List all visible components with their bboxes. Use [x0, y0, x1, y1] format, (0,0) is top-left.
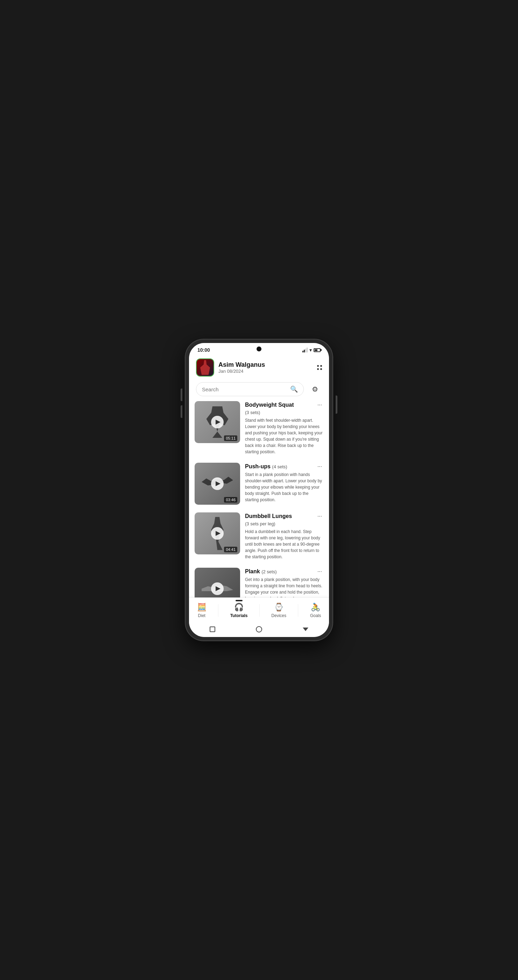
search-icon: 🔍	[290, 385, 298, 393]
exercise-card: 03:46 Push-ups (4 sets) ··· Start in a p…	[195, 463, 323, 505]
volume-down-button[interactable]	[181, 405, 182, 418]
exercise-description: Get into a plank position, with your bod…	[245, 576, 323, 597]
devices-icon: ⌚	[274, 603, 283, 612]
system-bar	[189, 622, 329, 637]
signal-icon	[302, 348, 308, 352]
header-info: Asim Walganus Jan 08/2024	[218, 361, 265, 374]
bottom-nav: 🧮 Diet 🎧 Tutorials ⌚ Devices 🚴 Goals	[189, 597, 329, 622]
exercise-info: Bodyweight Squat ··· (3 sets) Stand with…	[245, 401, 323, 455]
more-options-button[interactable]: ···	[316, 512, 323, 520]
profile-header: Asim Walganus Jan 08/2024	[189, 354, 329, 380]
goals-icon: 🚴	[311, 603, 320, 612]
exercise-description: Stand with feet shoulder-width apart. Lo…	[245, 417, 323, 455]
exercise-title: Plank (2 sets)	[245, 568, 276, 575]
exercise-sets: (3 sets)	[245, 410, 323, 415]
search-input[interactable]	[202, 387, 288, 392]
nav-item-devices[interactable]: ⌚ Devices	[267, 601, 291, 619]
more-options-button[interactable]: ···	[316, 568, 323, 575]
play-button[interactable]	[211, 527, 224, 540]
exercise-sets: (3 sets per leg)	[245, 521, 323, 527]
nav-divider	[218, 604, 218, 617]
search-box[interactable]: 🔍	[196, 382, 304, 396]
exercise-title: Dumbbell Lunges	[245, 513, 292, 519]
camera-notch	[257, 347, 261, 352]
power-button[interactable]	[336, 396, 337, 414]
status-time: 10:00	[197, 347, 210, 353]
menu-dots-button[interactable]	[317, 365, 322, 370]
header-date: Jan 08/2024	[218, 369, 265, 374]
more-options-button[interactable]: ···	[316, 401, 323, 409]
profile-left: Asim Walganus Jan 08/2024	[196, 358, 265, 377]
play-button[interactable]	[211, 582, 224, 595]
phone-frame: 10:00 ▾	[186, 339, 332, 641]
nav-label-diet: Diet	[198, 613, 205, 618]
diet-icon: 🧮	[197, 603, 207, 612]
exercise-info: Dumbbell Lunges ··· (3 sets per leg) Hol…	[245, 512, 323, 560]
video-thumbnail[interactable]: 04:41	[195, 512, 240, 554]
play-button[interactable]	[211, 477, 224, 490]
filter-button[interactable]: ⚙	[308, 382, 322, 396]
video-duration: 04:41	[224, 547, 237, 552]
nav-label-devices: Devices	[271, 613, 286, 618]
video-duration: 03:46	[224, 497, 237, 503]
exercise-title: Push-ups (4 sets)	[245, 463, 288, 470]
search-row: 🔍 ⚙	[189, 380, 329, 401]
nav-item-goals[interactable]: 🚴 Goals	[306, 601, 325, 619]
exercise-description: Hold a dumbbell in each hand. Step forwa…	[245, 528, 323, 560]
main-scroll-area[interactable]: Asim Walganus Jan 08/2024 🔍	[189, 354, 329, 597]
more-options-button[interactable]: ···	[316, 463, 323, 470]
nav-divider	[298, 604, 298, 617]
video-thumbnail[interactable]: 03:46	[195, 463, 240, 505]
video-duration: 05:11	[224, 435, 237, 441]
volume-up-button[interactable]	[181, 388, 182, 401]
exercise-card: 02:30 Plank (2 sets) ··· Get into a plan…	[195, 568, 323, 597]
battery-icon	[314, 348, 321, 352]
nav-divider	[259, 604, 260, 617]
exercise-title: Bodyweight Squat	[245, 402, 294, 408]
video-thumbnail[interactable]: 05:11	[195, 401, 240, 443]
back-button[interactable]	[301, 625, 310, 633]
wifi-icon: ▾	[310, 347, 312, 353]
exercise-card: 05:11 Bodyweight Squat ··· (3 sets) Stan…	[195, 401, 323, 455]
phone-screen: 10:00 ▾	[189, 343, 329, 637]
exercise-list: 05:11 Bodyweight Squat ··· (3 sets) Stan…	[189, 401, 329, 597]
play-button[interactable]	[211, 416, 224, 428]
home-button[interactable]	[255, 625, 263, 633]
exercise-description: Start in a plank position with hands sho…	[245, 471, 323, 503]
tutorials-icon: 🎧	[234, 603, 244, 612]
video-thumbnail[interactable]: 02:30	[195, 568, 240, 597]
avatar[interactable]	[196, 358, 214, 377]
nav-item-tutorials[interactable]: 🎧 Tutorials	[226, 601, 252, 619]
status-icons: ▾	[302, 347, 321, 353]
nav-item-diet[interactable]: 🧮 Diet	[193, 601, 211, 619]
nav-label-goals: Goals	[310, 613, 321, 618]
username: Asim Walganus	[218, 361, 265, 369]
filter-icon: ⚙	[312, 385, 318, 393]
active-indicator	[235, 600, 243, 601]
exercise-card: 04:41 Dumbbell Lunges ··· (3 sets per le…	[195, 512, 323, 560]
exercise-info: Plank (2 sets) ··· Get into a plank posi…	[245, 568, 323, 597]
exercise-info: Push-ups (4 sets) ··· Start in a plank p…	[245, 463, 323, 503]
nav-label-tutorials: Tutorials	[230, 613, 248, 618]
recent-apps-button[interactable]	[208, 625, 217, 633]
